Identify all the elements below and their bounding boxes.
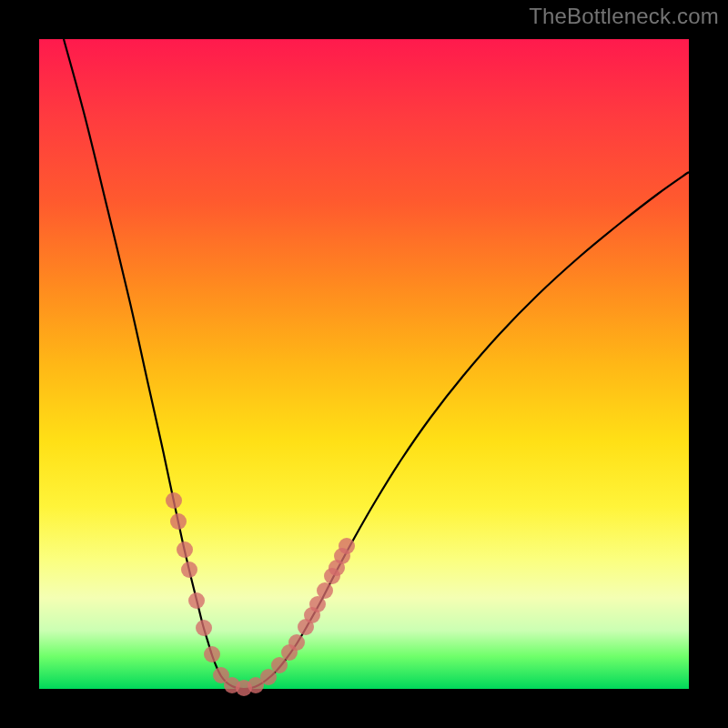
datapoint-markers [166, 492, 355, 696]
datapoint-marker [317, 582, 333, 599]
datapoint-marker [170, 513, 187, 530]
curve-svg [39, 39, 689, 689]
plot-area [39, 39, 689, 689]
outer-frame: TheBottleneck.com [0, 0, 728, 728]
datapoint-marker [339, 538, 355, 554]
datapoint-marker [177, 541, 193, 558]
datapoint-marker [204, 646, 220, 662]
datapoint-marker [166, 492, 182, 509]
datapoint-marker [288, 634, 305, 651]
datapoint-marker [271, 657, 288, 673]
bottleneck-curve [64, 39, 689, 689]
datapoint-marker [188, 592, 205, 609]
datapoint-marker [181, 561, 197, 578]
watermark-text: TheBottleneck.com [529, 4, 719, 29]
datapoint-marker [196, 620, 212, 636]
